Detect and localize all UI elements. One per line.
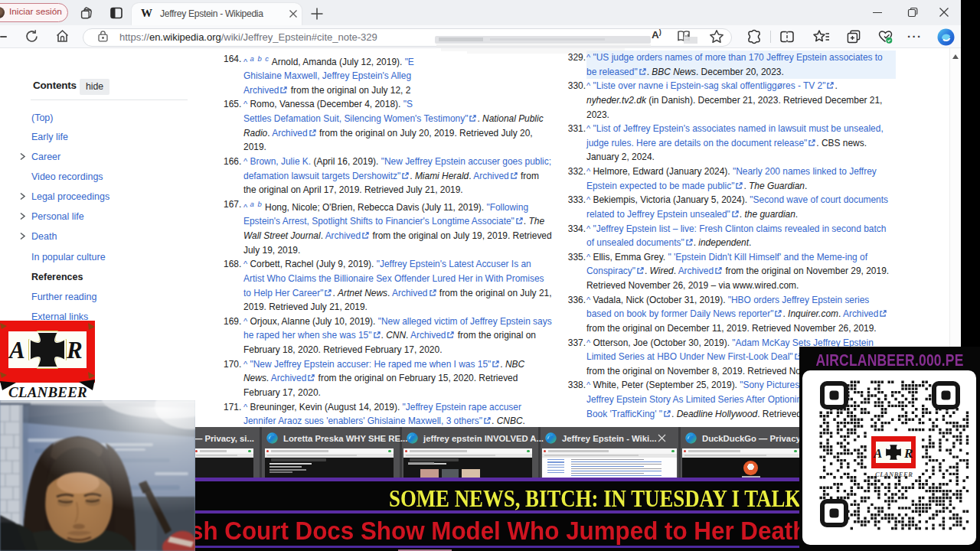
svg-text:CLANBEER: CLANBEER [8,384,87,400]
svg-text:R: R [66,337,83,364]
svg-text:A: A [8,337,25,364]
svg-text:CLANBEER: CLANBEER [875,471,913,478]
svg-text:A: A [873,446,882,461]
svg-text:R: R [903,446,913,461]
